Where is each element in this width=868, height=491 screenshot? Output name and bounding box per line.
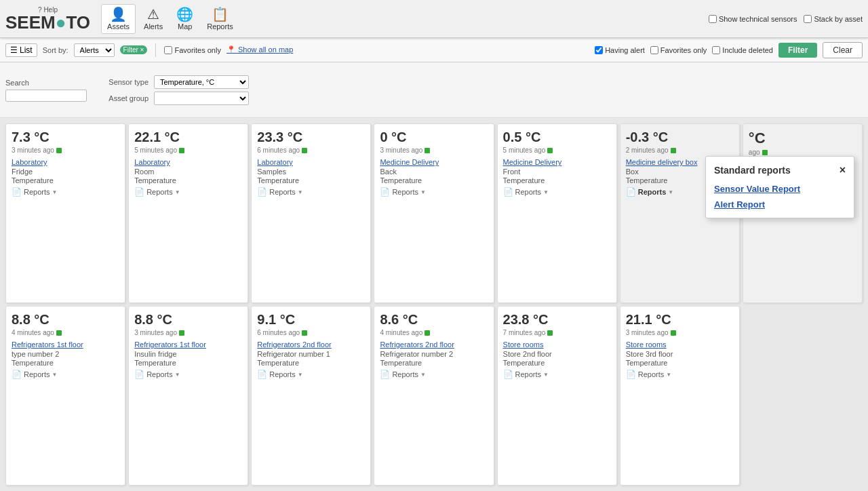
reports-button-1[interactable]: 📄 Reports ▼ xyxy=(12,187,57,197)
sensor-card-r2-5: 23.8 °C 7 minutes ago Store rooms Store … xyxy=(497,306,617,486)
include-deleted-checkbox[interactable] xyxy=(712,46,720,54)
sensor-type-2: Temperature xyxy=(134,176,242,184)
reports-button-6[interactable]: 📄 Reports ▼ xyxy=(626,187,673,197)
status-dot-2 xyxy=(179,148,184,153)
nav-item-assets[interactable]: 👤 Assets xyxy=(101,4,136,34)
map-icon: 🌐 xyxy=(176,7,193,21)
reports-chevron-6: ▼ xyxy=(668,189,673,195)
nav-label-assets: Assets xyxy=(107,22,130,31)
alerts-icon: ⚠ xyxy=(147,7,159,21)
sensor-type-label: Sensor type xyxy=(98,78,149,86)
sensor-value-r2-1: 8.8 °C xyxy=(12,312,119,328)
reports-button-r2-5[interactable]: 📄 Reports ▼ xyxy=(503,370,549,379)
status-dot-r2-6 xyxy=(671,330,676,336)
list-icon: ☰ xyxy=(10,45,18,55)
top-nav: ? Help SEEM●TO 👤 Assets ⚠ Alerts 🌐 Map 📋… xyxy=(0,0,868,38)
sort-by-label: Sort by: xyxy=(43,46,68,54)
list-view-button[interactable]: ☰ List xyxy=(5,43,37,57)
sensor-sublocation-r2-6: Store 3rd floor xyxy=(626,350,734,358)
sensor-location-r2-6[interactable]: Store rooms xyxy=(626,340,734,349)
sensor-location-r2-2[interactable]: Refrigerators 1st floor xyxy=(134,340,242,349)
sensor-location-4[interactable]: Medicine Delivery xyxy=(380,158,488,166)
sensor-time-7: ago xyxy=(749,149,856,156)
reports-popup: Standard reports × Sensor Value Report A… xyxy=(705,156,854,218)
reports-doc-icon-6: 📄 xyxy=(626,187,636,197)
sort-select[interactable]: Alerts Name Value xyxy=(74,43,115,57)
status-dot-5 xyxy=(547,148,553,153)
show-technical-sensors-label[interactable]: Show technical sensors xyxy=(709,15,797,23)
nav-item-alerts[interactable]: ⚠ Alerts xyxy=(138,5,168,33)
favorites-only-filter-checkbox[interactable] xyxy=(650,46,658,54)
sensor-sublocation-4: Back xyxy=(380,168,488,176)
reports-button-2[interactable]: 📄 Reports ▼ xyxy=(134,187,180,197)
favorites-only-filter-text: Favorites only xyxy=(660,46,707,54)
stack-by-asset-label[interactable]: Stack by asset xyxy=(804,15,863,23)
reports-button-4[interactable]: 📄 Reports ▼ xyxy=(380,187,425,197)
reports-doc-icon-r2-5: 📄 xyxy=(503,370,513,379)
sensor-location-5[interactable]: Medicine Delivery xyxy=(503,158,611,166)
status-dot-r2-2 xyxy=(179,330,184,336)
sensor-location-r2-1[interactable]: Refrigerators 1st floor xyxy=(12,340,119,349)
filter-button[interactable]: Filter xyxy=(778,43,817,58)
reports-chevron-r2-1: ▼ xyxy=(52,372,58,378)
having-alert-checkbox[interactable] xyxy=(595,46,603,54)
sensor-location-r2-5[interactable]: Store rooms xyxy=(503,340,611,349)
nav-item-reports[interactable]: 📋 Reports xyxy=(201,5,239,33)
reports-doc-icon-5: 📄 xyxy=(503,187,513,197)
sensor-type-select[interactable]: Temperature, °C Humidity, % CO2, ppm xyxy=(154,75,249,89)
popup-header: Standard reports × xyxy=(714,165,846,176)
reports-button-r2-6[interactable]: 📄 Reports ▼ xyxy=(626,370,671,379)
favorites-only-filter-label[interactable]: Favorites only xyxy=(650,46,707,54)
reports-button-3[interactable]: 📄 Reports ▼ xyxy=(257,187,302,197)
show-technical-sensors-checkbox[interactable] xyxy=(709,15,717,23)
stack-by-asset-text: Stack by asset xyxy=(814,15,863,23)
sensor-type-5: Temperature xyxy=(503,176,611,184)
asset-group-select[interactable]: Group 1 Group 2 xyxy=(154,92,249,105)
favorites-only-top-text: Favorites only xyxy=(174,46,220,54)
having-alert-label[interactable]: Having alert xyxy=(595,46,645,54)
sensor-location-1[interactable]: Laboratory xyxy=(12,158,119,166)
nav-item-map[interactable]: 🌐 Map xyxy=(171,5,199,33)
search-input[interactable] xyxy=(5,90,87,102)
sensor-location-r2-4[interactable]: Refrigerators 2nd floor xyxy=(380,340,488,349)
show-all-on-map-link[interactable]: 📍 Show all on map xyxy=(226,45,293,54)
show-technical-sensors-text: Show technical sensors xyxy=(719,15,797,23)
status-dot-r2-5 xyxy=(547,330,553,336)
status-dot-1 xyxy=(56,148,62,153)
filter-badge[interactable]: Filter × xyxy=(120,45,148,54)
reports-button-r2-4[interactable]: 📄 Reports ▼ xyxy=(380,370,425,379)
sensor-card-r2-6: 21.1 °C 3 minutes ago Store rooms Store … xyxy=(620,306,740,486)
include-deleted-label[interactable]: Include deleted xyxy=(712,46,773,54)
sensor-time-2: 5 minutes ago xyxy=(134,146,242,154)
reports-chevron-r2-3: ▼ xyxy=(298,372,303,378)
sensor-type-r2-1: Temperature xyxy=(12,359,119,367)
status-dot-r2-4 xyxy=(425,330,430,336)
popup-close-button[interactable]: × xyxy=(840,165,846,176)
sensor-sublocation-3: Samples xyxy=(257,168,365,176)
reports-doc-icon-r2-3: 📄 xyxy=(257,370,267,379)
clear-button[interactable]: Clear xyxy=(823,42,863,58)
reports-icon: 📋 xyxy=(212,7,229,21)
status-dot-6 xyxy=(671,148,676,153)
stack-by-asset-checkbox[interactable] xyxy=(804,15,812,23)
sensor-type-3: Temperature xyxy=(257,176,365,184)
sensor-location-r2-3[interactable]: Refrigerators 2nd floor xyxy=(257,340,365,349)
alert-report-link[interactable]: Alert Report xyxy=(714,199,846,210)
sensor-time-3: 6 minutes ago xyxy=(257,146,365,154)
sensor-type-r2-5: Temperature xyxy=(503,359,611,367)
reports-button-r2-1[interactable]: 📄 Reports ▼ xyxy=(12,370,57,379)
favorites-only-top-label[interactable]: Favorites only xyxy=(164,46,220,54)
sensor-value-r2-4: 8.6 °C xyxy=(380,312,488,328)
sensor-value-7: °C xyxy=(749,130,856,147)
status-dot-r2-3 xyxy=(302,330,307,336)
reports-button-5[interactable]: 📄 Reports ▼ xyxy=(503,187,549,197)
sensor-value-r2-3: 9.1 °C xyxy=(257,312,365,328)
sensor-value-report-link[interactable]: Sensor Value Report xyxy=(714,184,846,194)
favorites-only-top-checkbox[interactable] xyxy=(164,46,172,54)
sensor-time-5: 5 minutes ago xyxy=(503,146,611,154)
reports-button-r2-3[interactable]: 📄 Reports ▼ xyxy=(257,370,302,379)
reports-doc-icon-r2-6: 📄 xyxy=(626,370,636,379)
reports-button-r2-2[interactable]: 📄 Reports ▼ xyxy=(134,370,180,379)
sensor-location-2[interactable]: Laboratory xyxy=(134,158,242,166)
sensor-location-3[interactable]: Laboratory xyxy=(257,158,365,166)
